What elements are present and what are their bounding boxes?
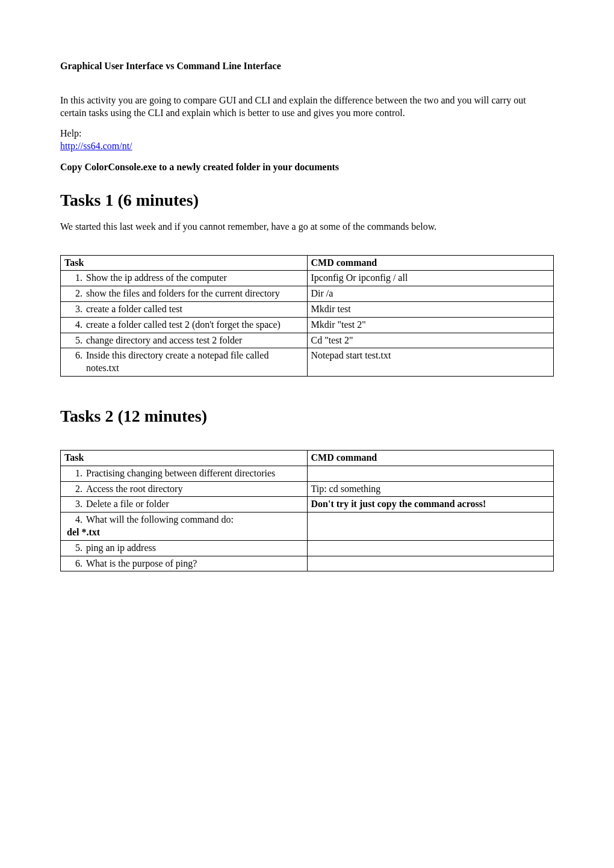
row-task: Inside this directory create a notepad f… xyxy=(86,349,303,375)
row-cmd: Cd "test 2" xyxy=(307,333,554,348)
table-row: 2.show the files and folders for the cur… xyxy=(61,286,554,302)
row-task: ping an ip address xyxy=(86,542,303,555)
row-task: create a folder called test xyxy=(86,303,303,316)
help-link[interactable]: http://ss64.com/nt/ xyxy=(60,141,132,151)
row-cmd: Notepad start test.txt xyxy=(307,348,554,377)
row-num: 4. xyxy=(64,514,86,526)
table-row: 6.What is the purpose of ping? xyxy=(61,556,554,571)
tasks1-table: Task CMD command 1.Show the ip address o… xyxy=(60,255,554,377)
row-task: change directory and access test 2 folde… xyxy=(86,334,303,347)
row-num: 2. xyxy=(64,288,86,300)
table-row: 6.Inside this directory create a notepad… xyxy=(61,348,554,377)
copy-instruction: Copy ColorConsole.exe to a newly created… xyxy=(60,161,554,174)
row-cmd: Tip: cd something xyxy=(307,481,554,497)
row-cmd: Don't try it just copy the command acros… xyxy=(307,497,554,512)
row-task: create a folder called test 2 (don't for… xyxy=(86,319,303,331)
row-num: 5. xyxy=(64,334,86,347)
row-task: Show the ip address of the computer xyxy=(86,272,303,285)
table-row: 5.ping an ip address xyxy=(61,540,554,556)
table-header-cmd: CMD command xyxy=(307,450,554,466)
table-row: 2.Access the root directory Tip: cd some… xyxy=(61,481,554,497)
table-row: 3.Delete a file or folder Don't try it j… xyxy=(61,497,554,512)
help-label: Help: xyxy=(60,128,554,140)
table-row: 4.create a folder called test 2 (don't f… xyxy=(61,317,554,333)
row-num: 3. xyxy=(64,498,86,511)
row-extra: del *.txt xyxy=(64,526,303,539)
table-row: 5.change directory and access test 2 fol… xyxy=(61,333,554,348)
row-num: 2. xyxy=(64,483,86,496)
row-task: Delete a file or folder xyxy=(86,498,303,511)
row-cmd xyxy=(307,556,554,571)
row-cmd xyxy=(307,512,554,541)
row-task: What will the following command do: xyxy=(86,514,303,526)
row-task: show the files and folders for the curre… xyxy=(86,288,303,300)
row-num: 4. xyxy=(64,319,86,331)
row-cmd: Mkdir "test 2" xyxy=(307,317,554,333)
row-cmd: Dir /a xyxy=(307,286,554,302)
table-row: 4.What will the following command do: de… xyxy=(61,512,554,541)
row-cmd: Mkdir test xyxy=(307,301,554,317)
row-num: 1. xyxy=(64,467,86,480)
intro-paragraph: In this activity you are going to compar… xyxy=(60,94,554,120)
row-cmd: Ipconfig Or ipconfig / all xyxy=(307,271,554,286)
row-cmd xyxy=(307,540,554,556)
table-row: 1.Practising changing between different … xyxy=(61,466,554,481)
tasks1-intro: We started this last week and if you can… xyxy=(60,221,554,233)
table-header-cmd: CMD command xyxy=(307,255,554,271)
row-cmd xyxy=(307,466,554,481)
table-row: 1.Show the ip address of the computer Ip… xyxy=(61,271,554,286)
tasks1-title: Tasks 1 (6 minutes) xyxy=(60,191,554,210)
row-num: 1. xyxy=(64,272,86,285)
tasks2-table: Task CMD command 1.Practising changing b… xyxy=(60,450,554,571)
row-num: 6. xyxy=(64,558,86,570)
table-header-task: Task xyxy=(61,255,308,271)
table-row: 3.create a folder called test Mkdir test xyxy=(61,301,554,317)
table-header-task: Task xyxy=(61,450,308,466)
row-task: Practising changing between different di… xyxy=(86,467,303,480)
row-task: What is the purpose of ping? xyxy=(86,558,303,570)
row-num: 3. xyxy=(64,303,86,316)
row-num: 6. xyxy=(64,349,86,375)
doc-heading: Graphical User Interface vs Command Line… xyxy=(60,60,554,73)
tasks2-title: Tasks 2 (12 minutes) xyxy=(60,407,554,426)
row-task: Access the root directory xyxy=(86,483,303,496)
row-num: 5. xyxy=(64,542,86,555)
